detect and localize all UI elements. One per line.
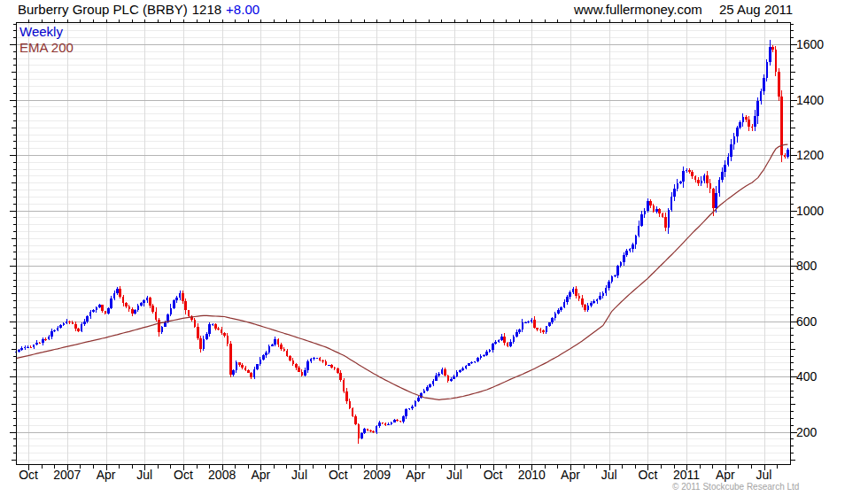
legend-ema-200: EMA 200 [19,40,74,55]
x-axis-label: Apr [406,469,425,482]
x-axis-label: Apr [251,469,270,482]
instrument-price: 1218 [192,2,221,17]
y-axis-label: 800 [796,259,841,273]
x-axis-label: Oct [484,469,503,482]
axis-ticks [10,19,797,470]
x-axis-label: Jul [756,469,772,482]
chart-page: Burberry Group PLC (BRBY)1218+8.00 www.f… [0,0,868,496]
grid-vertical [29,22,765,465]
x-axis-label: Jul [291,469,307,482]
y-axis-label: 200 [796,425,841,439]
x-axis-label: 2007 [53,469,81,482]
y-axis-label: 1600 [796,37,841,51]
plot-frame [17,23,791,465]
candlestick-chart [0,0,868,496]
y-axis-label: 400 [796,369,841,384]
instrument-change: +8.00 [226,2,260,17]
x-axis-label: 2009 [363,469,391,482]
copyright-notice: © 2011 Stockcube Research Ltd [672,482,799,492]
page-title: Burberry Group PLC (BRBY)1218+8.00 [18,2,260,17]
x-axis-label: 2008 [208,469,236,482]
y-axis-label: 1200 [796,148,841,162]
x-axis-label: Jul [601,469,617,482]
x-axis-label: 2010 [518,469,546,482]
x-axis-label: 2011 [673,469,700,482]
y-axis-label: 1000 [796,204,841,218]
x-axis-label: Oct [639,469,658,482]
x-axis-label: Oct [174,469,193,482]
x-axis-label: Jul [136,469,152,482]
website-text: www.fullermoney.com [574,2,702,17]
instrument-name: Burberry Group PLC (BRBY) [18,2,188,17]
legend-weekly: Weekly [19,24,63,39]
y-axis-label: 600 [796,314,841,329]
x-axis-label: Apr [97,469,116,482]
x-axis-label: Apr [561,469,580,482]
x-axis-label: Apr [716,469,735,482]
chart-date: 25 Aug 2011 [719,2,793,17]
x-axis-label: Oct [329,469,348,482]
y-axis-label: 1400 [796,93,841,107]
grid-minor [16,25,791,461]
x-axis-label: Oct [19,469,38,482]
x-axis-label: Jul [446,469,462,482]
